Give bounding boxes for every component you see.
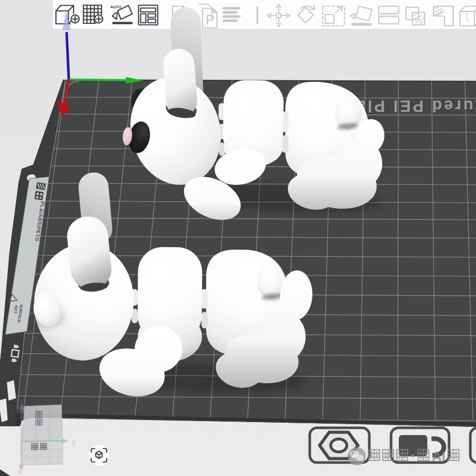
svg-text:AI: AI <box>432 449 445 464</box>
svg-text:AUTO: AUTO <box>110 5 121 9</box>
svg-text:x: x <box>18 467 22 476</box>
svg-text:P: P <box>206 12 214 27</box>
svg-text:y: y <box>72 437 76 446</box>
